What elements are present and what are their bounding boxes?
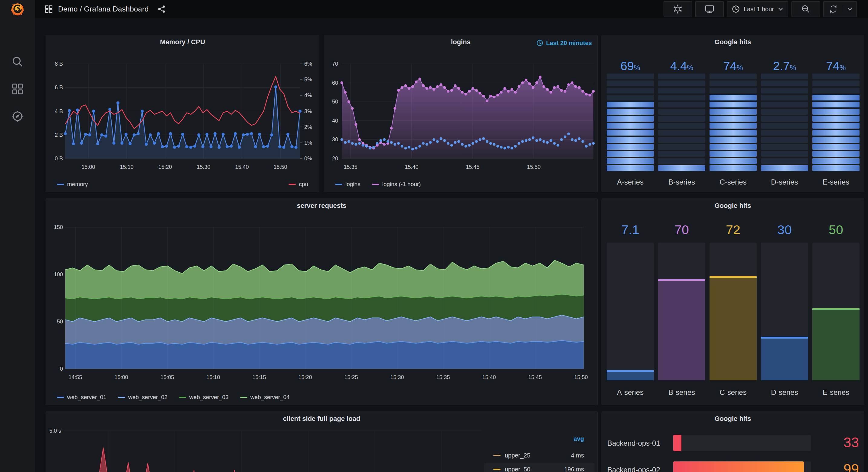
panel-google-hits-bars: Google hits 7.1A-series70B-series72C-ser… <box>601 199 864 405</box>
axis-label: 15:35 <box>344 164 357 170</box>
legend-label: web_server_02 <box>128 394 167 401</box>
legend-item[interactable]: web_server_03 <box>179 394 229 401</box>
panel-time-override[interactable]: Last 20 minutes <box>536 39 592 47</box>
gauge-value: 2.7 <box>773 59 790 72</box>
bar-gauge-column: 70B-series <box>658 199 705 405</box>
sidebar-item-search[interactable] <box>11 55 24 68</box>
gauge-value: 7.1 <box>621 223 639 237</box>
panel-title[interactable]: Google hits <box>602 38 864 46</box>
legend-item[interactable]: logins <box>335 181 361 187</box>
gauge-category-label: E-series <box>812 178 860 186</box>
panel-title[interactable]: Memory / CPU <box>46 38 319 46</box>
led-segment <box>607 123 654 128</box>
legend-item[interactable]: logins (-1 hour) <box>372 181 421 187</box>
legend-label: web_server_03 <box>189 394 229 401</box>
gauge-value: 72 <box>726 223 740 237</box>
led-segment <box>710 73 757 79</box>
axis-label: 2% <box>304 124 312 130</box>
axis-label: 15:35 <box>436 374 450 380</box>
legend-item[interactable]: web_server_01 <box>57 394 106 401</box>
axis-label: 15:50 <box>527 164 540 170</box>
led-segment <box>761 165 808 171</box>
led-segment <box>761 73 808 79</box>
led-segment <box>607 73 654 79</box>
zoom-out-icon <box>801 4 810 14</box>
led-segment <box>658 88 705 93</box>
led-segment <box>812 130 860 136</box>
led-segment <box>761 158 808 164</box>
axis-label: 5% <box>304 77 312 83</box>
led-segment <box>658 158 705 164</box>
chart-canvas[interactable]: 15010050014:5515:0015:0515:1015:1515:201… <box>46 199 597 405</box>
axis-label: 100 <box>54 271 63 277</box>
led-segment <box>710 130 757 136</box>
sidebar-item-dashboards[interactable] <box>11 82 24 96</box>
axis-label: 15:05 <box>160 374 174 380</box>
sidebar-item-explore[interactable] <box>11 110 24 123</box>
share-icon[interactable] <box>157 5 166 13</box>
gauge-value: 74 <box>723 59 737 72</box>
legend-item[interactable]: web_server_04 <box>240 394 290 401</box>
led-segment <box>761 130 808 136</box>
led-segment <box>658 123 705 128</box>
clock-icon <box>732 5 740 13</box>
legend-item[interactable]: web_server_02 <box>118 394 167 401</box>
led-segment <box>761 88 808 93</box>
led-segment <box>812 144 860 150</box>
axis-label: 15:40 <box>482 374 496 380</box>
led-segment <box>710 81 757 86</box>
axis-label: 6 B <box>55 84 63 90</box>
legend-color-dash <box>57 397 64 398</box>
axis-label: 15:00 <box>81 164 95 170</box>
bar-fill <box>607 370 654 380</box>
bar-cap <box>607 370 654 372</box>
led-segment <box>761 151 808 157</box>
gauge-value: 99 <box>819 461 859 472</box>
panel-title[interactable]: client side full page load <box>46 415 597 423</box>
legend-label: upper_50 <box>505 466 530 472</box>
axis-label: 15:25 <box>344 374 358 380</box>
legend-item[interactable]: upper_50196 ms <box>484 463 595 472</box>
cycle-view-mode-button[interactable] <box>695 1 724 17</box>
gauge-column: 4.4%B-series <box>658 35 705 192</box>
legend-item[interactable]: upper_254 ms <box>484 449 595 462</box>
legend-label: cpu <box>299 181 308 187</box>
top-navigation: Demo / Grafana Dashboard <box>35 0 868 18</box>
led-segment <box>761 144 808 150</box>
chart-canvas[interactable]: 8 B6 B4 B2 B0 B6%5%4%3%2%1%0%15:0015:101… <box>46 35 319 192</box>
refresh-interval-caret[interactable] <box>843 6 857 12</box>
apps-grid-icon <box>11 83 24 95</box>
legend-item[interactable]: memory <box>57 181 88 187</box>
breadcrumb[interactable]: Demo / Grafana Dashboard <box>45 5 166 13</box>
legend-color-dash <box>179 397 186 398</box>
legend-label: logins (-1 hour) <box>382 181 421 187</box>
legend-item[interactable]: cpu <box>288 181 308 187</box>
legend-label: web_server_04 <box>250 394 290 401</box>
chart-canvas[interactable]: 70605040302015:3515:4015:4515:50 <box>324 35 597 192</box>
time-range-picker[interactable]: Last 1 hour <box>727 1 788 17</box>
axis-label: 60 <box>332 80 338 86</box>
panel-title[interactable]: Google hits <box>602 202 864 210</box>
axis-label: 4% <box>304 92 312 98</box>
grafana-logo[interactable] <box>0 0 35 18</box>
dashboard-settings-button[interactable] <box>663 1 692 17</box>
dashboard-grid-icon <box>45 5 53 13</box>
gauge-category-label: A-series <box>607 388 654 397</box>
axis-label: 15:15 <box>252 374 266 380</box>
panel-title[interactable]: server requests <box>46 202 597 210</box>
led-segment <box>812 88 860 93</box>
led-segment <box>607 137 654 143</box>
refresh-button[interactable] <box>824 4 843 14</box>
zoom-out-time-button[interactable] <box>792 1 820 17</box>
legend-value: 4 ms <box>571 452 584 459</box>
led-segment <box>607 130 654 136</box>
legend-column-header[interactable]: avg <box>554 435 584 442</box>
compass-explore-icon <box>11 110 24 122</box>
panel-title[interactable]: Google hits <box>602 415 864 423</box>
panel-client-page-load: client side full page load avgupper_254 … <box>46 412 598 472</box>
axis-label: 50 <box>57 319 63 325</box>
sidebar <box>0 0 35 472</box>
gauge-category-label: A-series <box>607 178 654 186</box>
gauge-value: 50 <box>829 223 843 237</box>
gauge-value: 70 <box>675 223 689 237</box>
